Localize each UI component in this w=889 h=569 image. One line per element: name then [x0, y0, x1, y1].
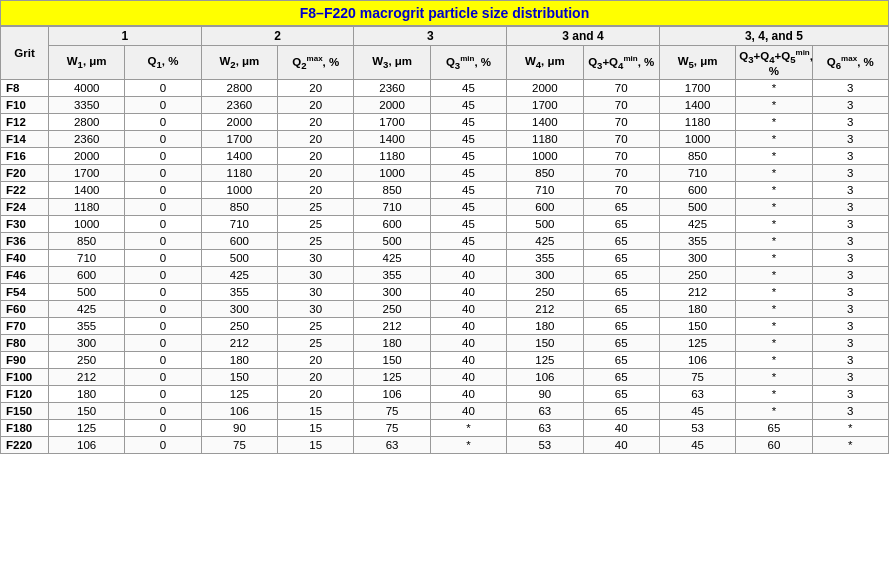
q34-cell: 70 — [583, 80, 659, 97]
q345-cell: * — [736, 216, 812, 233]
w4-cell: 1000 — [507, 148, 583, 165]
q345-cell: * — [736, 182, 812, 199]
q2-cell: 25 — [278, 216, 354, 233]
w1-cell: 355 — [49, 318, 125, 335]
q34-cell: 65 — [583, 233, 659, 250]
q34-cell: 65 — [583, 369, 659, 386]
w1-cell: 2800 — [49, 114, 125, 131]
w5-cell: 180 — [659, 301, 735, 318]
w3-cell: 180 — [354, 335, 430, 352]
q2-cell: 20 — [278, 386, 354, 403]
group2-header: 2 — [201, 27, 354, 46]
w1-cell: 212 — [49, 369, 125, 386]
q1-cell: 0 — [125, 420, 201, 437]
w2-cell: 1000 — [201, 182, 277, 199]
q345-cell: * — [736, 267, 812, 284]
q34-cell: 40 — [583, 437, 659, 454]
q34-cell: 65 — [583, 199, 659, 216]
q6-cell: 3 — [812, 386, 888, 403]
table-row: F1501500106157540636545*3 — [1, 403, 889, 420]
q2-cell: 20 — [278, 148, 354, 165]
grit-cell: F36 — [1, 233, 49, 250]
q2-cell: 30 — [278, 301, 354, 318]
w2-cell: 1400 — [201, 148, 277, 165]
w1-cell: 180 — [49, 386, 125, 403]
w4-cell: 355 — [507, 250, 583, 267]
q34-cell: 70 — [583, 182, 659, 199]
q6-cell: 3 — [812, 216, 888, 233]
q2-cell: 20 — [278, 369, 354, 386]
table-row: F545000355303004025065212*3 — [1, 284, 889, 301]
q1-cell: 0 — [125, 182, 201, 199]
q6-cell: 3 — [812, 131, 888, 148]
q1-cell: 0 — [125, 250, 201, 267]
grit-cell: F46 — [1, 267, 49, 284]
q2-cell: 15 — [278, 437, 354, 454]
w5-cell: 125 — [659, 335, 735, 352]
q345-cell: * — [736, 114, 812, 131]
q34-cell: 65 — [583, 216, 659, 233]
q3-cell: 40 — [430, 301, 506, 318]
table-row: F100212015020125401066575*3 — [1, 369, 889, 386]
q34-cell: 40 — [583, 420, 659, 437]
w2-cell: 1700 — [201, 131, 277, 148]
q2-cell: 15 — [278, 403, 354, 420]
w5-cell: 150 — [659, 318, 735, 335]
w4-cell: 2000 — [507, 80, 583, 97]
w3-cell: 425 — [354, 250, 430, 267]
w4-cell: 150 — [507, 335, 583, 352]
w1-cell: 1180 — [49, 199, 125, 216]
table-row: F604250300302504021265180*3 — [1, 301, 889, 318]
q3-cell: 40 — [430, 352, 506, 369]
w3-cell: 150 — [354, 352, 430, 369]
grit-cell: F150 — [1, 403, 49, 420]
q6-cell: 3 — [812, 250, 888, 267]
q1-cell: 0 — [125, 301, 201, 318]
q34-cell: 65 — [583, 284, 659, 301]
q6-cell: 3 — [812, 165, 888, 182]
grit-cell: F70 — [1, 318, 49, 335]
table-row: F22140001000208504571070600*3 — [1, 182, 889, 199]
q2-cell: 20 — [278, 80, 354, 97]
q34-header: Q3+Q4min, % — [583, 46, 659, 80]
table-row: F1801250901575*63405365* — [1, 420, 889, 437]
w5-cell: 710 — [659, 165, 735, 182]
w3-cell: 1400 — [354, 131, 430, 148]
q3-cell: * — [430, 437, 506, 454]
w2-cell: 2800 — [201, 80, 277, 97]
q2-cell: 20 — [278, 165, 354, 182]
w1-cell: 425 — [49, 301, 125, 318]
q34-cell: 65 — [583, 352, 659, 369]
page-title: F8–F220 macrogrit particle size distribu… — [300, 5, 589, 21]
grit-cell: F10 — [1, 97, 49, 114]
q3-header: Q3min, % — [430, 46, 506, 80]
q345-cell: * — [736, 284, 812, 301]
w2-cell: 2000 — [201, 114, 277, 131]
w1-cell: 125 — [49, 420, 125, 437]
q345-cell: * — [736, 369, 812, 386]
q34-cell: 65 — [583, 386, 659, 403]
grit-cell: F30 — [1, 216, 49, 233]
w5-cell: 53 — [659, 420, 735, 437]
q345-cell: * — [736, 233, 812, 250]
w3-cell: 75 — [354, 403, 430, 420]
q34-cell: 70 — [583, 131, 659, 148]
w3-cell: 1180 — [354, 148, 430, 165]
q6-cell: 3 — [812, 335, 888, 352]
w1-cell: 4000 — [49, 80, 125, 97]
w4-cell: 710 — [507, 182, 583, 199]
table-row: F368500600255004542565355*3 — [1, 233, 889, 250]
q2-cell: 30 — [278, 284, 354, 301]
w4-cell: 850 — [507, 165, 583, 182]
group34-header: 3 and 4 — [507, 27, 660, 46]
table-row: F2411800850257104560065500*3 — [1, 199, 889, 216]
grit-cell: F22 — [1, 182, 49, 199]
q2-cell: 20 — [278, 352, 354, 369]
w5-cell: 1700 — [659, 80, 735, 97]
q3-cell: 45 — [430, 199, 506, 216]
q34-cell: 70 — [583, 165, 659, 182]
q3-cell: 45 — [430, 182, 506, 199]
w2-cell: 150 — [201, 369, 277, 386]
q6-cell: 3 — [812, 148, 888, 165]
q345-cell: * — [736, 301, 812, 318]
